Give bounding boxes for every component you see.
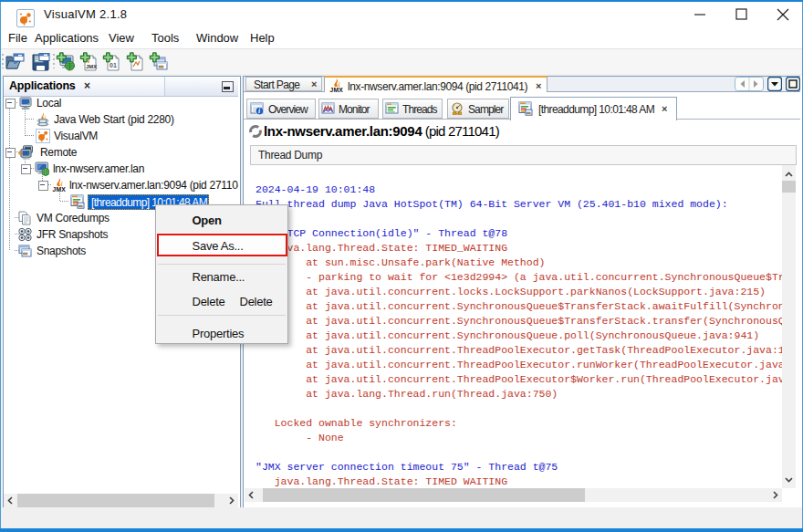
svg-text:JMX: JMX (86, 64, 97, 69)
svg-text:JMX: JMX (330, 87, 344, 93)
svg-text:JMX: JMX (53, 186, 67, 193)
svg-text:01: 01 (110, 62, 117, 68)
